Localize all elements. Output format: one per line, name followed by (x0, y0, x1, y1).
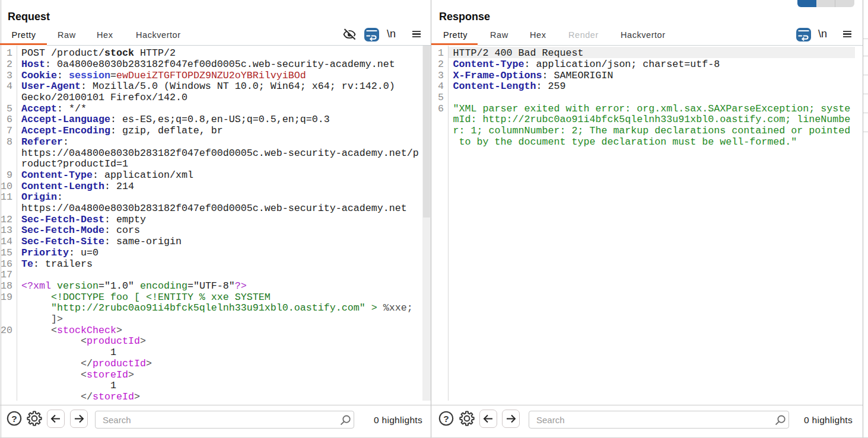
svg-text:?: ? (11, 414, 17, 424)
svg-text:?: ? (443, 414, 449, 424)
